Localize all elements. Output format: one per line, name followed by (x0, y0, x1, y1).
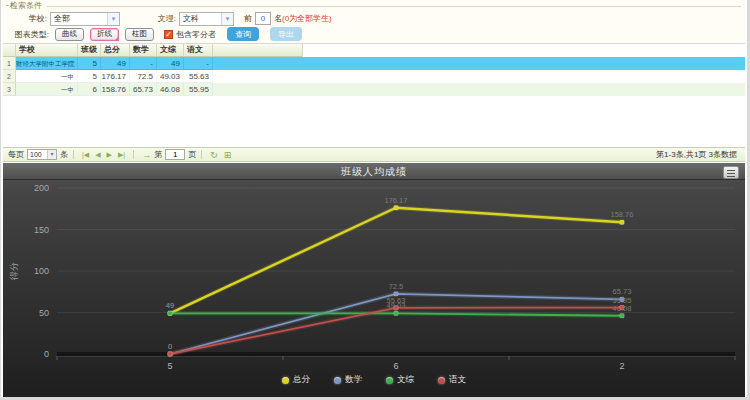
column-header[interactable]: 语文 (184, 44, 213, 57)
svg-text:176.17: 176.17 (385, 196, 408, 205)
page-number-input[interactable] (165, 149, 185, 160)
track-select[interactable]: 文科 ▾ (179, 12, 234, 26)
legend-marker-icon (282, 377, 289, 384)
legend-item[interactable]: 语文 (438, 374, 466, 386)
first-page-icon[interactable]: |◀ (82, 151, 89, 159)
chart-legend: 总分数学文综语文 (3, 374, 745, 386)
per-page-suffix: 条 (60, 149, 68, 160)
legend-label: 总分 (293, 374, 310, 386)
svg-text:200: 200 (34, 183, 49, 193)
chart-type-label: 图表类型: (3, 29, 49, 40)
chart-type-button[interactable]: 折线 (90, 28, 119, 41)
row-number: 1 (3, 57, 16, 70)
column-header[interactable]: 班级 (78, 44, 101, 57)
per-page-label: 每页 (8, 149, 24, 160)
column-header[interactable]: 数学 (130, 44, 157, 57)
legend-item[interactable]: 总分 (282, 374, 310, 386)
school-select[interactable]: 全部 ▾ (50, 12, 120, 26)
legend-marker-icon (438, 377, 445, 384)
svg-text:72.5: 72.5 (389, 282, 404, 291)
query-button[interactable]: 查询 (227, 27, 259, 41)
filter-row-2: 图表类型: 曲线折线柱图 ✓ 包含零分者 查询 导出 (3, 27, 745, 41)
svg-text:0: 0 (44, 349, 49, 359)
svg-text:55.63: 55.63 (387, 296, 406, 305)
svg-text:得分: 得分 (9, 262, 19, 281)
resize-grid-icon[interactable]: ⊞ (224, 150, 232, 160)
chart-title: 班级人均成绩 (3, 163, 745, 180)
track-select-value: 文科 (183, 14, 199, 23)
line-chart-area: 050100150200562得分49176.17158.76072.565.7… (3, 180, 747, 400)
chevron-down-icon: ▾ (221, 13, 233, 25)
school-select-value: 全部 (54, 14, 70, 23)
top-n-input[interactable] (255, 12, 271, 25)
search-conditions-panel: - 检索条件 学校: 全部 ▾ 文理: 文科 ▾ 前 名 (0为全部学生) 图表 (3, 0, 745, 42)
checkbox-checked-icon[interactable]: ✓ (164, 30, 173, 39)
legend-marker-icon (334, 377, 341, 384)
svg-text:2: 2 (619, 361, 624, 371)
table-cell: 49.03 (157, 70, 184, 83)
row-number: 2 (3, 70, 16, 83)
column-header-blank (3, 44, 16, 57)
legend-item[interactable]: 数学 (334, 374, 362, 386)
column-header[interactable]: 总分 (101, 44, 130, 57)
top-n-suffix: 名 (274, 13, 282, 24)
prev-page-icon[interactable]: ◀ (95, 151, 100, 159)
pager-bar: 每页 100 ▾ 条 |◀ ◀ ▶ ▶| → 第 页 ↻ ⊞ 第1-3条,共1页… (3, 147, 745, 162)
include-zero-group: ✓ 包含零分者 (164, 29, 216, 40)
school-label: 学校: (3, 13, 47, 24)
refresh-icon[interactable]: ↻ (210, 150, 218, 160)
table-cell: - (184, 57, 213, 70)
svg-text:49: 49 (166, 301, 174, 310)
table-cell: 176.17 (101, 70, 130, 83)
chart-type-button[interactable]: 曲线 (55, 28, 84, 41)
export-button[interactable]: 导出 (270, 27, 302, 41)
table-cell: 一中 (16, 83, 78, 96)
svg-text:0: 0 (168, 342, 172, 351)
page-suffix: 页 (188, 149, 196, 160)
column-header[interactable]: 学校 (16, 44, 78, 57)
legend-item[interactable]: 文综 (386, 374, 414, 386)
table-row[interactable]: 2一中5176.1772.549.0355.63 (3, 70, 745, 83)
table-cell: 46.08 (157, 83, 184, 96)
last-page-icon[interactable]: ▶| (118, 151, 125, 159)
top-n-label: 前 (244, 13, 252, 24)
table-cell: 财经大学附中工学院 (16, 57, 78, 70)
chart-type-button[interactable]: 柱图 (125, 28, 154, 41)
row-number: 3 (3, 83, 16, 96)
grid-header: 学校班级总分数学文综语文 (3, 44, 745, 57)
chart-menu-icon[interactable] (723, 166, 739, 179)
panel-title: 检索条件 (10, 0, 42, 11)
chevron-down-icon: ▾ (107, 13, 119, 25)
column-header-blank (213, 44, 303, 57)
svg-text:50: 50 (39, 308, 49, 318)
legend-label: 语文 (449, 374, 466, 386)
table-cell: - (130, 57, 157, 70)
legend-label: 文综 (397, 374, 414, 386)
table-cell: 49 (101, 57, 130, 70)
table-cell: 72.5 (130, 70, 157, 83)
hamburger-icon (727, 170, 735, 177)
table-row[interactable]: 1财经大学附中工学院549-49- (3, 57, 745, 70)
pager-status: 第1-3条,共1页 3条数据 (656, 149, 740, 160)
svg-text:6: 6 (393, 361, 398, 371)
collapse-icon[interactable]: - (6, 1, 9, 10)
next-page-icon[interactable]: ▶ (107, 151, 112, 159)
divider (47, 6, 741, 7)
line-chart: 050100150200562得分49176.17158.76072.565.7… (3, 180, 747, 397)
svg-text:150: 150 (34, 225, 49, 235)
panel-legend: - 检索条件 (6, 1, 741, 10)
svg-text:5: 5 (167, 361, 172, 371)
per-page-select[interactable]: 100 ▾ (27, 149, 57, 160)
table-row[interactable]: 3一中6158.7665.7346.0855.95 (3, 83, 745, 96)
page-label: 第 (154, 149, 162, 160)
goto-page-icon: → (142, 150, 151, 160)
chevron-down-icon: ▾ (47, 150, 56, 159)
chart-type-buttons: 曲线折线柱图 (49, 28, 154, 41)
table-cell: 49 (157, 57, 184, 70)
table-cell: 5 (78, 57, 101, 70)
table-cell: 55.63 (184, 70, 213, 83)
table-cell: 6 (78, 83, 101, 96)
column-header[interactable]: 文综 (157, 44, 184, 57)
divider (201, 150, 202, 159)
grid-body: 1财经大学附中工学院549-49-2一中5176.1772.549.0355.6… (3, 57, 745, 96)
